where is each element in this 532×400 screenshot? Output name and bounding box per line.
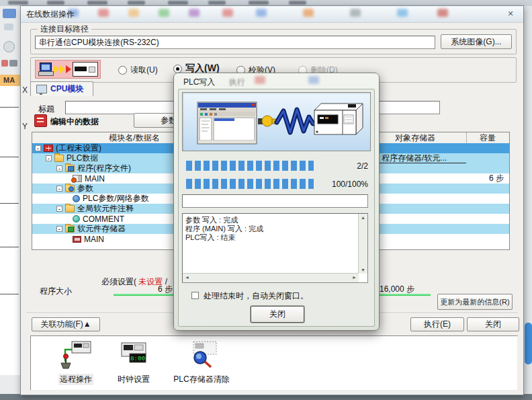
vertical-scrollbar[interactable]: ▲ ▼ [358,214,367,274]
connection-path-field[interactable]: 串行通信CPU模块连接(RS-232C) [35,36,435,49]
close-button[interactable]: 关闭 [467,317,519,331]
program-size-label: 程序大小 [40,286,72,297]
progress-percent-value: 100/100% [332,179,368,189]
log-line: 参数 写入 : 完成 [185,216,357,225]
progress-files-value: 2/2 [357,161,368,171]
connection-target-label: 连接目标路径 [38,24,91,35]
shortcut-plc-memory-clear[interactable]: PLC存储器清除 [154,340,249,385]
cell-capacity [466,184,509,194]
write-log-box[interactable]: 参数 写入 : 完成 程序 (MAIN) 写入 : 完成 PLC写入 : 结束 … [182,213,368,283]
main-dialog-title: 在线数据操作 [26,9,75,20]
tree-node-label: (工程未设置) [56,143,101,153]
refresh-info-button[interactable]: 更新为最新的信息(R) [437,294,513,310]
device-memory-folder-icon [65,225,75,233]
comment-icon [73,215,80,223]
background-tab: MA [0,75,20,86]
svg-text:8:00: 8:00 [130,356,145,362]
related-functions-button[interactable]: 关联功能(F)▲ [32,317,100,331]
related-functions-panel: 远程操作 8:00 时钟设置 [30,335,518,391]
col-capacity-header: 容量 [466,132,509,143]
monitor-icon [36,85,47,93]
progress-bar-percent [186,179,314,189]
parameter-folder-icon [65,185,75,192]
progress-bar-files [186,161,314,171]
scroll-right-icon[interactable]: ► [350,274,359,281]
remote-operation-icon [58,340,93,370]
device-memory-main-icon [73,236,81,243]
auto-close-label: 处理结束时，自动关闭窗口。 [204,290,308,302]
plc-write-close-button[interactable]: 关闭 [251,306,304,323]
background-ladder-editor [0,86,21,375]
editing-data-label: 编辑中的数据 [50,116,99,128]
scroll-up-icon[interactable]: ▲ [359,214,367,221]
tree-node-label: 全局软元件注释 [77,204,134,214]
tree-collapse-icon[interactable]: - [56,226,62,232]
tree-node-label: PLC数据 [66,153,98,163]
execute-button[interactable]: 执行(E) [410,317,464,331]
background-scroll-thumb [525,323,532,364]
cell-capacity [466,234,509,244]
tree-node-label: MAIN [84,235,104,244]
plc-parameter-icon [73,195,80,202]
connection-target-group: 连接目标路径 串行通信CPU模块连接(RS-232C) 系统图像(G)... [30,29,517,54]
tree-node-label: PLC参数/网络参数 [83,194,149,204]
plc-write-title: PLC写入 [183,77,215,88]
glass-ghost-text: 执行 [229,77,245,88]
cell-capacity [466,204,509,214]
required-prefix: 必须设置( [101,277,136,286]
project-icon [44,145,53,152]
main-dialog-titlebar[interactable]: 在线数据操作 ✕ [21,6,523,23]
background-y-label: Y [22,122,28,131]
pc-to-plc-transfer-icon [35,60,101,79]
shortcut-label: 时钟设置 [116,374,151,385]
cell-capacity [466,214,509,224]
tree-collapse-icon[interactable]: - [35,145,41,151]
comment-folder-icon [65,205,75,212]
clock-setting-icon: 8:00 [116,340,151,370]
radio-read[interactable]: 读取(U) [118,65,158,76]
tree-node-label: 参数 [77,184,93,194]
tree-collapse-icon[interactable]: - [46,155,52,161]
tree-node-label: MAIN [85,174,105,184]
current-item-field [182,194,368,208]
log-line: PLC写入 : 结束 [185,233,357,242]
tree-collapse-icon[interactable]: - [56,165,62,171]
plc-memory-clear-icon [183,340,220,370]
program-folder-icon [65,165,75,172]
cell-capacity [466,143,509,153]
cell-capacity [466,153,509,163]
cell-capacity [466,224,509,234]
tab-cpu-module-label: CPU模块 [50,83,83,95]
shortcut-label: 远程操作 [58,374,93,385]
plc-write-dialog: PLC写入 执行 [173,73,380,331]
tree-node-label: 程序(程序文件) [77,163,131,173]
total-size-value: 16,000 步 [380,284,414,295]
shortcut-label: PLC存储器清除 [172,374,230,385]
cell-capacity [466,163,509,173]
scroll-left-icon[interactable]: ◄ [183,274,191,281]
close-icon[interactable]: ✕ [504,8,517,19]
tree-node-label: 软元件存储器 [77,224,126,234]
horizontal-scrollbar[interactable]: ◄ ► [183,273,359,282]
log-line: 程序 (MAIN) 写入 : 完成 [185,225,357,233]
screen: MA X Y 在线数据操作 ✕ 连接目标路径 串行通信 [0,0,532,400]
transfer-illustration [182,92,371,151]
title-field-label: 标题 [38,104,54,115]
scroll-down-icon[interactable]: ▼ [359,266,367,274]
editing-data-icon [34,114,47,127]
plc-data-folder-icon [54,155,64,162]
system-image-button[interactable]: 系统图像(G)... [441,34,512,49]
cell-capacity [466,194,509,204]
tree-collapse-icon[interactable]: - [56,186,62,192]
program-file-icon [73,175,82,182]
background-x-label: X [22,85,28,95]
radio-read-label: 读取(U) [130,65,158,76]
tree-collapse-icon[interactable]: - [56,206,62,212]
tree-node-label: COMMENT [83,214,124,224]
cell-capacity: 6 步 [466,173,509,184]
tab-cpu-module[interactable]: CPU模块 [30,81,93,96]
auto-close-checkbox[interactable] [191,292,199,299]
